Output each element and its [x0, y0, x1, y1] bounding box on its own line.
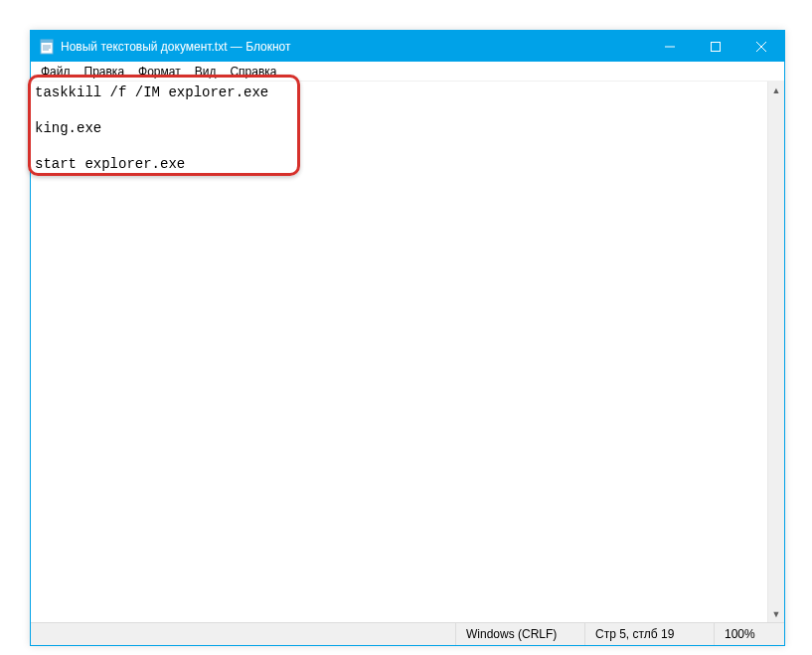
status-zoom: 100% — [715, 623, 784, 645]
close-button[interactable] — [738, 31, 784, 62]
window-title: Новый текстовый документ.txt — Блокнот — [61, 40, 647, 54]
menu-format[interactable]: Формат — [132, 64, 187, 80]
scroll-down-icon[interactable]: ▼ — [768, 605, 784, 622]
svg-rect-6 — [712, 42, 721, 51]
titlebar[interactable]: Новый текстовый документ.txt — Блокнот — [31, 31, 784, 62]
status-position: Стр 5, стлб 19 — [585, 623, 715, 645]
notepad-window: Новый текстовый документ.txt — Блокнот Ф… — [30, 30, 785, 646]
menu-help[interactable]: Справка — [224, 64, 282, 80]
svg-rect-1 — [41, 40, 53, 43]
window-controls — [647, 31, 784, 62]
minimize-button[interactable] — [647, 31, 693, 62]
text-editor[interactable]: taskkill /f /IM explorer.exe king.exe st… — [31, 82, 767, 622]
menu-file[interactable]: Файл — [35, 64, 77, 80]
menubar: Файл Правка Формат Вид Справка — [31, 62, 784, 82]
statusbar: Windows (CRLF) Стр 5, стлб 19 100% — [31, 622, 784, 645]
maximize-button[interactable] — [693, 31, 738, 62]
menu-view[interactable]: Вид — [189, 64, 223, 80]
status-encoding: Windows (CRLF) — [456, 623, 585, 645]
status-spacer — [31, 623, 456, 645]
notepad-icon — [39, 39, 55, 55]
scroll-up-icon[interactable]: ▲ — [768, 82, 784, 98]
editor-container: taskkill /f /IM explorer.exe king.exe st… — [31, 82, 784, 622]
menu-edit[interactable]: Правка — [79, 64, 131, 80]
vertical-scrollbar[interactable]: ▲ ▼ — [767, 82, 784, 622]
